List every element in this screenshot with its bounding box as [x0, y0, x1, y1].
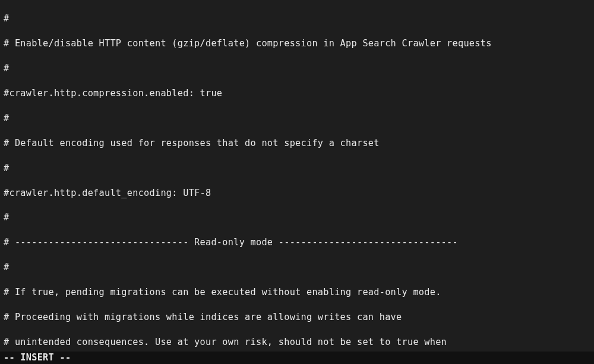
- terminal-editor[interactable]: # # Enable/disable HTTP content (gzip/de…: [0, 0, 594, 364]
- config-line: # Proceeding with migrations while indic…: [4, 311, 590, 324]
- editor-content[interactable]: # # Enable/disable HTTP content (gzip/de…: [0, 0, 594, 352]
- vim-status-bar: -- INSERT --: [0, 352, 594, 364]
- config-line: #: [4, 12, 590, 25]
- config-line: #: [4, 62, 590, 75]
- config-line: # unintended consequences. Use at your o…: [4, 336, 590, 349]
- vim-mode-indicator: -- INSERT --: [4, 352, 71, 363]
- config-line: # ------------------------------- Read-o…: [4, 236, 590, 249]
- config-line: # If true, pending migrations can be exe…: [4, 286, 590, 299]
- config-line: #crawler.http.default_encoding: UTF-8: [4, 187, 590, 200]
- config-line: #: [4, 211, 590, 224]
- config-line: #: [4, 112, 590, 125]
- config-line: # Enable/disable HTTP content (gzip/defl…: [4, 37, 590, 50]
- config-line: #crawler.http.compression.enabled: true: [4, 87, 590, 100]
- config-line: # Default encoding used for responses th…: [4, 137, 590, 150]
- config-line: #: [4, 162, 590, 175]
- config-line: #: [4, 261, 590, 274]
